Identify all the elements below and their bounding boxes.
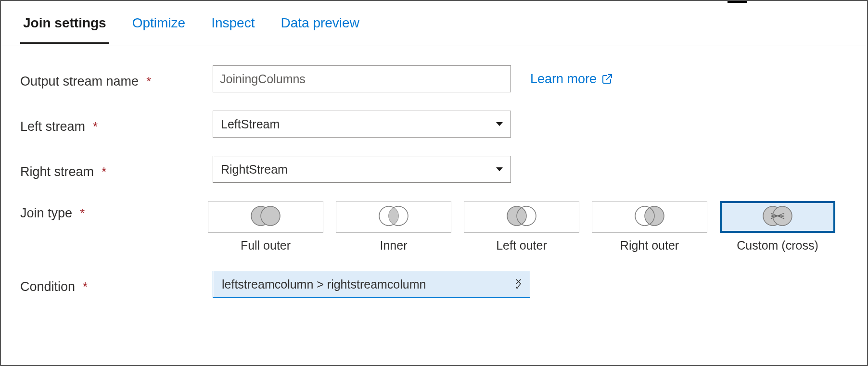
join-type-label: Left outer [496,239,547,252]
label-text: Right stream [20,164,94,179]
chevron-down-icon [496,167,503,171]
tab-row: Join settings Optimize Inspect Data prev… [1,1,867,46]
join-type-right-outer-button[interactable] [592,201,707,233]
svg-point-1 [261,206,280,226]
join-type-options: Full outer [208,201,848,252]
right-stream-select[interactable]: RightStream [213,156,511,183]
label-text: Output stream name [20,74,139,89]
join-type-left-outer-button[interactable] [464,201,579,233]
label-left-stream: Left stream * [20,114,213,134]
left-stream-value: LeftStream [221,117,280,131]
required-mark: * [146,74,151,89]
row-condition: Condition * ✕ ✓ [20,271,848,298]
chevron-down-icon [496,122,503,126]
label-output-stream-name: Output stream name * [20,69,213,89]
form-area: Output stream name * Learn more Left str… [1,46,867,307]
top-accent-bar [728,1,747,3]
join-type-left-outer: Left outer [464,201,579,252]
tab-join-settings[interactable]: Join settings [20,3,109,44]
row-left-stream: Left stream * LeftStream [20,111,848,138]
external-link-icon [601,73,613,85]
join-settings-panel: Join settings Optimize Inspect Data prev… [0,0,868,366]
join-type-label: Full outer [241,239,291,252]
learn-more-label: Learn more [530,72,597,87]
right-stream-value: RightStream [221,163,288,177]
join-type-full-outer: Full outer [208,201,323,252]
join-type-label: Right outer [620,239,679,252]
join-type-full-outer-button[interactable] [208,201,323,233]
venn-left-outer-icon [502,205,541,229]
tab-inspect[interactable]: Inspect [208,3,257,44]
row-output-stream-name: Output stream name * Learn more [20,65,848,92]
label-condition: Condition * [20,275,213,294]
label-right-stream: Right stream * [20,160,213,179]
required-mark: * [93,119,98,134]
join-type-label: Inner [380,239,408,252]
learn-more-link[interactable]: Learn more [530,72,613,87]
required-mark: * [83,279,88,294]
condition-validation-icons[interactable]: ✕ ✓ [515,279,522,290]
label-text: Condition [20,279,75,294]
join-type-label: Custom (cross) [737,239,818,252]
tab-optimize[interactable]: Optimize [129,3,188,44]
venn-right-outer-icon [630,205,669,229]
join-type-custom-cross: Custom (cross) [720,201,835,252]
row-right-stream: Right stream * RightStream [20,156,848,183]
join-type-right-outer: Right outer [592,201,707,252]
join-type-custom-cross-button[interactable] [720,201,835,233]
left-stream-select[interactable]: LeftStream [213,111,511,138]
row-join-type: Join type * Full outer [20,201,848,252]
validate-check-icon: ✓ [515,284,522,290]
label-text: Join type [20,206,72,221]
venn-inner-icon [374,205,413,229]
join-type-inner-button[interactable] [336,201,451,233]
condition-input[interactable] [221,277,515,292]
join-type-inner: Inner [336,201,451,252]
venn-full-outer-icon [246,205,285,229]
output-stream-name-input[interactable] [213,65,511,92]
label-join-type: Join type * [20,201,208,221]
condition-input-wrap: ✕ ✓ [213,271,530,298]
tab-data-preview[interactable]: Data preview [278,3,362,44]
required-mark: * [102,164,106,179]
required-mark: * [80,206,85,221]
venn-cross-icon [758,205,797,229]
label-text: Left stream [20,119,85,134]
